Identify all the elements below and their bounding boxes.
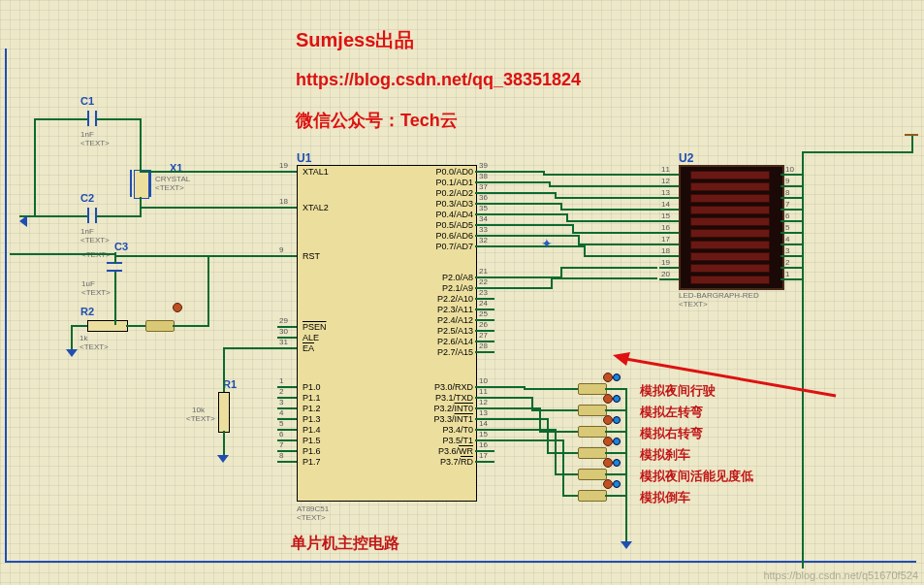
u1-right-pin-name: P3.0/RXD <box>434 382 473 392</box>
rail-vert <box>802 151 804 569</box>
c3-ref: C3 <box>114 241 128 252</box>
u2-left-pin-num: 12 <box>661 177 670 185</box>
gnd-left-vert <box>34 118 36 217</box>
u2-left-pin-num: 19 <box>661 258 670 267</box>
u2-right-pin-num: 7 <box>785 200 789 209</box>
u1-right-pin-num: 28 <box>479 341 488 350</box>
sw-wire <box>555 429 557 475</box>
u2-pin-line <box>659 209 679 211</box>
u1-right-pin-name: P0.4/AD4 <box>435 210 473 219</box>
u1-right-pin-name: P2.5/A13 <box>437 326 473 336</box>
x1-top-bar <box>130 170 132 197</box>
u1-pin-line <box>277 207 297 209</box>
u2-pin-line <box>781 197 802 199</box>
u2-pin-line <box>781 185 802 187</box>
push-button[interactable] <box>578 383 607 395</box>
bus-wire <box>566 220 659 222</box>
u1-left-pin-num: 31 <box>279 338 288 346</box>
c1-plate1 <box>87 111 89 126</box>
u1-right-pin-num: 36 <box>479 193 488 202</box>
c3-value: 1uF <box>81 279 95 288</box>
r1-ref: R1 <box>223 378 237 390</box>
r2-button[interactable] <box>145 320 175 332</box>
u1-left-pin-name: P1.3 <box>303 414 321 424</box>
indicator-dot-icon <box>613 438 621 445</box>
bargraph-led <box>690 217 770 226</box>
bargraph-led <box>690 264 770 273</box>
u1-pin-line <box>475 461 494 463</box>
push-button[interactable] <box>578 490 607 502</box>
u1-left-pin-num: 9 <box>279 245 283 254</box>
u2-left-pin-num: 11 <box>661 165 670 174</box>
u2-pin-line <box>659 278 679 280</box>
u1-left-pin-name: P1.6 <box>303 446 321 456</box>
u2-right-pin-num: 4 <box>785 235 789 244</box>
button-knob-icon <box>603 415 613 425</box>
bargraph-led <box>690 276 770 284</box>
switch-label: 模拟夜间行驶 <box>640 382 716 400</box>
push-button[interactable] <box>578 426 607 438</box>
u1-left-pin-name: RST <box>303 251 320 261</box>
c1-value: 1nF <box>80 130 94 139</box>
ea-wire <box>223 347 277 349</box>
bus-wire <box>572 232 659 234</box>
u1-right-pin-name: P0.3/AD3 <box>435 199 473 209</box>
bus-wire <box>494 235 578 237</box>
p21-hor <box>551 277 657 279</box>
u1-left-pin-num: 3 <box>279 398 283 406</box>
bargraph-led <box>690 241 770 249</box>
bargraph-led <box>690 206 770 214</box>
u1-pin-line <box>277 255 297 257</box>
r1-value: 10k <box>192 406 205 414</box>
c3-text2: <TEXT> <box>81 288 111 297</box>
c2-text: <TEXT> <box>80 236 110 244</box>
button-knob-icon <box>603 458 613 468</box>
sw-wire <box>562 495 578 497</box>
c3-top <box>114 252 116 264</box>
sw-wire <box>494 429 555 431</box>
u1-right-pin-name: P0.2/AD2 <box>435 188 473 198</box>
button-knob-icon <box>603 437 613 446</box>
u1-right-pin-num: 13 <box>479 408 488 417</box>
u2-pin-line <box>781 244 802 245</box>
u1-right-pin-num: 15 <box>479 430 488 439</box>
border-left <box>5 49 7 563</box>
u1-right-pin-name: P0.7/AD7 <box>435 242 473 251</box>
u1-left-pin-num: 4 <box>279 408 283 417</box>
sw-to-gnd <box>605 409 627 411</box>
u1-left-pin-num: 19 <box>279 161 288 170</box>
push-button[interactable] <box>578 405 607 416</box>
u1-right-pin-name: P2.7/A15 <box>437 347 473 357</box>
switch-label: 模拟右转弯 <box>640 425 703 442</box>
rail-up <box>911 136 913 153</box>
u2-pin-line <box>781 267 802 269</box>
push-button[interactable] <box>578 469 607 480</box>
u2-right-pin-num: 2 <box>785 258 789 267</box>
u1-left-pin-num: 30 <box>279 327 288 336</box>
u1-left-pin-num: 2 <box>279 387 283 396</box>
u1-right-pin-name: P2.0/A8 <box>442 273 473 282</box>
bargraph-led <box>690 252 770 261</box>
bargraph-led <box>690 194 770 203</box>
u2-right-pin-num: 5 <box>785 223 789 232</box>
indicator-dot-icon <box>613 395 621 403</box>
u2-pin-line <box>781 220 802 222</box>
bus-wire <box>584 255 659 257</box>
switch-label: 模拟刹车 <box>640 446 690 464</box>
u1-right-pin-name: P0.0/AD0 <box>435 167 473 177</box>
r2-gndv <box>71 325 73 349</box>
u1-right-pin-num: 39 <box>479 161 488 170</box>
svg-marker-1 <box>613 352 630 366</box>
u1-right-pin-num: 14 <box>479 419 488 428</box>
sw-wire <box>494 407 539 409</box>
u1-right-pin-name: P3.5/T1 <box>442 436 473 445</box>
rst-vert <box>207 255 209 327</box>
u1-left-pin-num: 18 <box>279 197 288 206</box>
c2-value: 1nF <box>80 227 94 236</box>
c1-text: <TEXT> <box>80 139 110 147</box>
u2-left-pin-num: 13 <box>661 188 670 197</box>
r2-left <box>73 325 87 327</box>
u1-right-pin-num: 32 <box>479 236 488 244</box>
push-button[interactable] <box>578 447 607 459</box>
u2-pin-line <box>659 220 679 222</box>
